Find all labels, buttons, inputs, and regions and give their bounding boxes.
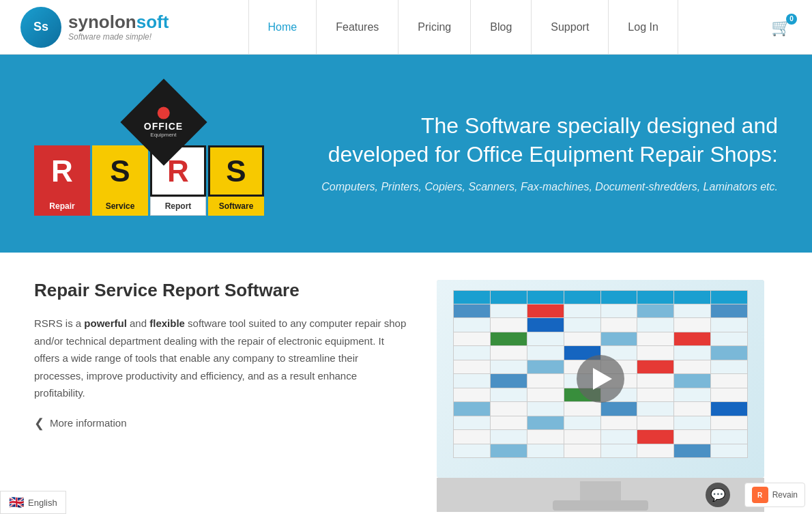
play-triangle-icon	[593, 368, 612, 390]
revain-icon: R	[752, 487, 768, 503]
hero-sub: Computers, Printers, Copiers, Scanners, …	[321, 179, 778, 195]
rsrs-word-software: Software	[208, 197, 264, 216]
rsrs-letter-s2: S	[208, 145, 264, 197]
section-title: Repair Service Report Software	[34, 280, 409, 301]
main-content: Repair Service Report Software RSRS is a…	[0, 253, 812, 514]
cart-badge: 0	[786, 14, 797, 25]
site-header: Ss synolonsoft Software made simple! Hom…	[0, 0, 812, 55]
monitor-screen	[437, 280, 764, 478]
language-label: English	[28, 498, 57, 508]
monitor-neck	[580, 481, 621, 502]
cart-button[interactable]: 🛒 0	[757, 18, 792, 37]
rsrs-word-service: Service	[92, 197, 148, 216]
video-container[interactable]	[437, 280, 764, 478]
diamond-equipment: Equipment	[144, 132, 183, 138]
more-info-label: More information	[50, 417, 127, 429]
diamond-dot	[158, 107, 170, 119]
logo-area[interactable]: Ss synolonsoft Software made simple!	[20, 7, 169, 48]
hero-text: The Software specially designed and deve…	[321, 112, 778, 195]
rsrs-block-s2: S Software	[208, 145, 264, 216]
hero-headline: The Software specially designed and deve…	[321, 112, 778, 169]
language-flag: 🇬🇧	[9, 495, 24, 510]
play-button[interactable]	[577, 355, 624, 403]
logo-name: synolonsoft	[68, 12, 169, 32]
content-right	[437, 280, 778, 512]
language-bar[interactable]: 🇬🇧 English	[0, 491, 66, 514]
section-body: RSRS is a powerful and flexible software…	[34, 315, 409, 402]
hero-banner: OFFICE Equipment R Repair S Service R Re…	[0, 55, 812, 253]
rsrs-word-repair: Repair	[34, 197, 90, 216]
rsrs-letter-s1: S	[92, 145, 148, 197]
chat-icon: 💬	[710, 487, 725, 502]
main-nav: Home Features Pricing Blog Support Log I…	[248, 0, 678, 55]
nav-item-support[interactable]: Support	[532, 0, 609, 55]
diamond-content: OFFICE Equipment	[144, 107, 183, 138]
logo-tagline: Software made simple!	[68, 32, 169, 42]
revain-widget[interactable]: R Revain	[744, 483, 805, 507]
rsrs-letter-r1: R	[34, 145, 90, 197]
logo-name-part1: synolon	[68, 12, 136, 32]
nav-item-login[interactable]: Log In	[609, 0, 678, 55]
cart-icon: 🛒 0	[771, 18, 792, 37]
rsrs-word-report: Report	[150, 197, 206, 216]
logo-initials: Ss	[33, 20, 48, 34]
nav-item-pricing[interactable]: Pricing	[398, 0, 471, 55]
content-left: Repair Service Report Software RSRS is a…	[34, 280, 409, 431]
rsrs-block-s1: S Service	[92, 145, 148, 216]
nav-item-blog[interactable]: Blog	[471, 0, 532, 55]
logo-name-part2: soft	[136, 12, 169, 32]
logo-icon: Ss	[20, 7, 61, 48]
revain-label: Revain	[772, 490, 798, 500]
monitor-foot	[553, 500, 648, 511]
rsrs-logo: OFFICE Equipment R Repair S Service R Re…	[34, 91, 293, 216]
chat-icon-button[interactable]: 💬	[706, 483, 730, 507]
diamond-container: OFFICE Equipment	[34, 91, 293, 142]
logo-text: synolonsoft Software made simple!	[68, 12, 169, 42]
chevron-down-icon: ❮	[34, 416, 44, 431]
nav-item-home[interactable]: Home	[248, 0, 317, 55]
diamond-office: OFFICE	[144, 121, 183, 132]
rsrs-block-r1: R Repair	[34, 145, 90, 216]
more-info-link[interactable]: ❮ More information	[34, 416, 409, 431]
nav-item-features[interactable]: Features	[317, 0, 398, 55]
